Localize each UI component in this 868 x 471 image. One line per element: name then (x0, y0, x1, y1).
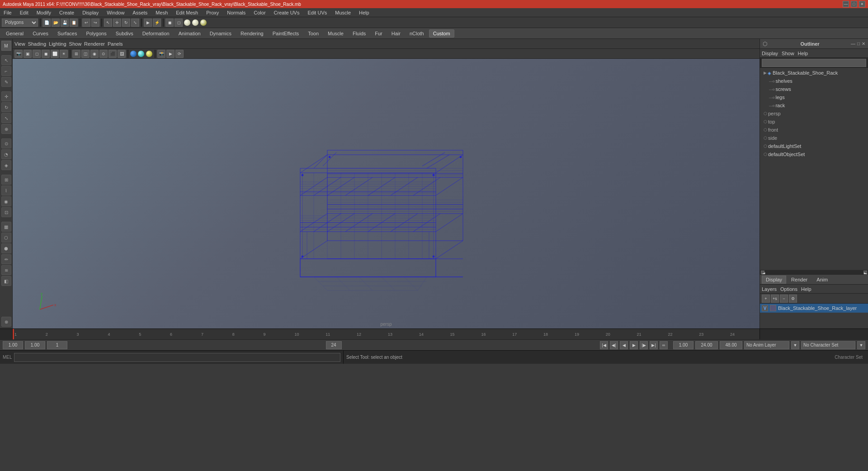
menu-color[interactable]: Color (252, 10, 267, 15)
vp-hud[interactable]: ◫ (81, 50, 90, 58)
tab-custom[interactable]: Custom (429, 29, 454, 38)
rotate-tool[interactable]: ↻ (122, 19, 130, 27)
current-frame-field[interactable] (47, 341, 67, 349)
tab-muscle[interactable]: Muscle (324, 29, 348, 38)
vp-wireframe[interactable]: ◻ (33, 50, 41, 58)
paint-effects-left[interactable]: ✏ (1, 254, 11, 264)
new-file-button[interactable]: 📄 (42, 19, 51, 27)
outliner-close[interactable]: ✕ (862, 41, 865, 46)
go-to-end-btn[interactable]: ▶| (650, 341, 658, 349)
rotate-tool-left[interactable]: ↻ (1, 102, 11, 112)
viewport-menu-shading[interactable]: Shading (28, 41, 46, 47)
undo-button[interactable]: ↩ (82, 19, 90, 27)
anim-start-field[interactable] (673, 341, 693, 349)
outliner-item-objectset[interactable]: ⬡ defaultObjectSet (760, 150, 868, 158)
display-smooth[interactable]: ◼ (165, 19, 174, 27)
move-tool[interactable]: ✛ (113, 19, 121, 27)
tab-subdivs[interactable]: Subdivs (112, 29, 137, 38)
step-back-btn[interactable]: ◀| (610, 341, 618, 349)
ipr-render-button[interactable]: ⚡ (153, 19, 161, 27)
viewport-menu-view[interactable]: View (14, 41, 25, 47)
anim-end-range-field[interactable] (720, 341, 742, 349)
frame-end-field[interactable] (326, 341, 342, 349)
tab-rendering[interactable]: Rendering (236, 29, 268, 38)
layers-menu-layers[interactable]: Layers (762, 286, 777, 292)
close-button[interactable]: ✕ (859, 1, 865, 7)
render-button[interactable]: ▶ (144, 19, 152, 27)
soft-mod-left[interactable]: ⊙ (1, 138, 11, 148)
show-manip-left[interactable]: ◈ (1, 160, 11, 170)
outliner-scrollbar-h[interactable]: ◀ ▶ (760, 270, 868, 274)
outliner-item-shelves[interactable]: —o shelves (760, 77, 868, 85)
viewport-menu-renderer[interactable]: Renderer (84, 41, 105, 47)
layers-tab-render[interactable]: Render (787, 276, 811, 284)
vp-cam-btn[interactable]: 📷 (14, 50, 23, 58)
layer-color-swatch[interactable] (770, 305, 776, 311)
outliner-item-rack[interactable]: —o rack (760, 101, 868, 109)
minimize-button[interactable]: — (843, 1, 849, 7)
select-tool[interactable]: ↖ (104, 19, 112, 27)
outliner-menu-help[interactable]: Help (798, 51, 808, 56)
menu-display[interactable]: Display (80, 10, 100, 15)
vp-isolate[interactable]: ◉ (90, 50, 99, 58)
menu-edit-uvs[interactable]: Edit UVs (306, 10, 329, 15)
save-file-button[interactable]: 💾 (61, 19, 69, 27)
timeline-end-field[interactable] (25, 341, 45, 349)
outliner-item-legs[interactable]: —o legs (760, 93, 868, 101)
menu-create[interactable]: Create (57, 10, 76, 15)
outliner-menu-show[interactable]: Show (782, 51, 794, 56)
snap-view-left[interactable]: ⊡ (1, 207, 11, 217)
redo-button[interactable]: ↪ (91, 19, 99, 27)
viewport-menu-lighting[interactable]: Lighting (49, 41, 66, 47)
scroll-left-btn[interactable]: ◀ (761, 271, 764, 274)
outliner-item-side[interactable]: ⬡ side (760, 134, 868, 142)
menu-file[interactable]: File (2, 10, 14, 15)
tab-polygons[interactable]: Polygons (82, 29, 110, 38)
paint-weights-left[interactable]: ⬢ (1, 243, 11, 253)
display-wire[interactable]: ◻ (175, 19, 183, 27)
menu-edit[interactable]: Edit (18, 10, 30, 15)
layer-options-btn[interactable]: ⚙ (789, 295, 797, 303)
timeline-start-field[interactable] (3, 341, 23, 349)
outliner-maximize[interactable]: □ (857, 41, 860, 46)
viewport-menu-show[interactable]: Show (69, 41, 82, 47)
transform-tool-left[interactable]: ⊕ (1, 124, 11, 134)
outliner-item-root[interactable]: ▶ ◈ Black_Stackable_Shoe_Rack (760, 69, 868, 77)
tab-surfaces[interactable]: Surfaces (53, 29, 81, 38)
play-btn[interactable]: ▶ (630, 341, 638, 349)
sculpt-geo-left[interactable]: ≋ (1, 265, 11, 275)
menu-mesh[interactable]: Mesh (154, 10, 170, 15)
snap-grid-left[interactable]: ⊞ (1, 175, 11, 185)
menu-help[interactable]: Help (357, 10, 371, 15)
vp-shaded[interactable]: ◼ (42, 50, 50, 58)
render-region-left[interactable]: ▦ (1, 222, 11, 232)
character-set-field[interactable]: No Character Set (801, 341, 855, 349)
outliner-item-screws[interactable]: —o screws (760, 85, 868, 93)
move-tool-left[interactable]: ✛ (1, 91, 11, 101)
menu-create-uvs[interactable]: Create UVs (272, 10, 302, 15)
viewport-canvas[interactable]: x y persp (13, 59, 760, 328)
scale-tool[interactable]: ⤡ (131, 19, 139, 27)
tab-dynamics[interactable]: Dynamics (206, 29, 236, 38)
vp-grid[interactable]: ⊞ (72, 50, 80, 58)
layer-delete-btn[interactable]: − (780, 295, 788, 303)
sculpt-left[interactable]: ◔ (1, 149, 11, 159)
layers-menu-help[interactable]: Help (801, 286, 811, 292)
vp-x-ray[interactable]: ⊙ (99, 50, 108, 58)
tab-fur[interactable]: Fur (371, 29, 387, 38)
hypershade-left[interactable]: ⬡ (1, 233, 11, 243)
mode-selector[interactable]: Polygons (2, 19, 38, 27)
viewport-menu-panels[interactable]: Panels (108, 41, 123, 47)
layers-tab-anim[interactable]: Anim (812, 276, 832, 284)
outliner-search-input[interactable] (762, 59, 866, 67)
workspace-left[interactable]: ⊗ (1, 317, 11, 327)
layers-tab-display[interactable]: Display (762, 276, 786, 284)
scroll-right-btn[interactable]: ▶ (863, 271, 867, 274)
tab-curves[interactable]: Curves (28, 29, 52, 38)
anim-layer-dropdown[interactable]: ▼ (791, 341, 799, 349)
outliner-minimize[interactable]: — (851, 41, 855, 46)
tab-hair[interactable]: Hair (387, 29, 405, 38)
outliner-menu-display[interactable]: Display (762, 51, 778, 56)
vp-sync[interactable]: ⟳ (175, 50, 184, 58)
vp-lighting[interactable]: ☀ (60, 50, 68, 58)
